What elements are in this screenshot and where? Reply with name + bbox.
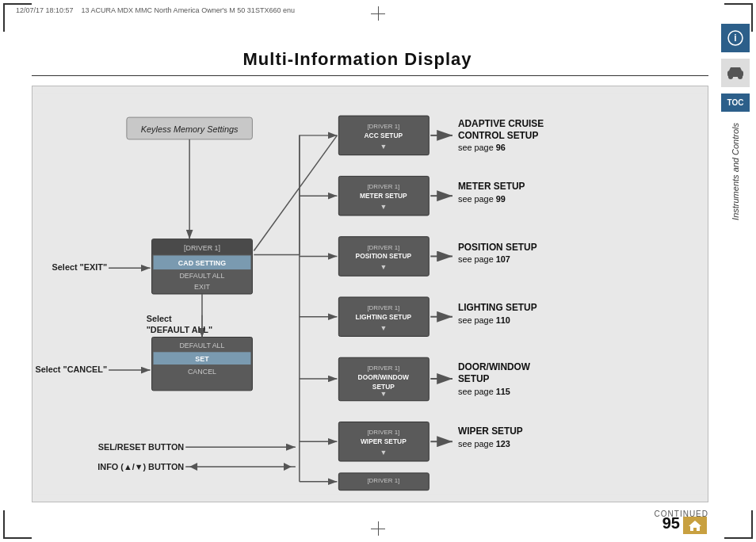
svg-text:EXIT: EXIT (194, 283, 210, 291)
info-icon-box[interactable]: i (721, 24, 750, 52)
svg-text:[DRIVER 1]: [DRIVER 1] (367, 123, 399, 130)
svg-text:see page 96: see page 96 (458, 143, 506, 152)
svg-text:POSITION SETUP: POSITION SETUP (458, 242, 537, 253)
svg-text:[DRIVER 1]: [DRIVER 1] (367, 244, 399, 251)
svg-text:see page 107: see page 107 (458, 254, 510, 264)
svg-text:[DRIVER 1]: [DRIVER 1] (367, 183, 399, 190)
svg-text:CONTROL SETUP: CONTROL SETUP (458, 130, 538, 141)
crosshair-bottom (371, 521, 385, 536)
svg-text:i: i (734, 32, 736, 44)
svg-text:▼: ▼ (380, 448, 387, 456)
svg-text:▼: ▼ (380, 390, 387, 398)
crosshair-top (371, 6, 385, 21)
svg-text:WIPER SETUP: WIPER SETUP (458, 426, 523, 437)
svg-point-4 (738, 74, 743, 79)
toc-button[interactable]: TOC (721, 94, 750, 112)
page-number: 95 (662, 514, 680, 532)
svg-text:▼: ▼ (380, 324, 387, 332)
svg-text:[DRIVER 1]: [DRIVER 1] (184, 244, 220, 252)
title-underline (32, 75, 708, 76)
svg-text:see page 115: see page 115 (458, 387, 510, 396)
svg-marker-91 (689, 521, 701, 531)
diagram-svg: Keyless Memory Settings [DRIVER 1] CAD S… (32, 86, 708, 502)
svg-text:INFO (▲/▼) BUTTON: INFO (▲/▼) BUTTON (97, 462, 184, 471)
home-button[interactable] (683, 517, 707, 534)
svg-text:see page 110: see page 110 (458, 315, 510, 325)
svg-text:METER SETUP: METER SETUP (458, 181, 525, 192)
svg-text:LIGHTING SETUP: LIGHTING SETUP (458, 302, 537, 313)
svg-text:ADAPTIVE CRUISE: ADAPTIVE CRUISE (458, 118, 544, 129)
svg-text:▼: ▼ (380, 143, 387, 151)
svg-text:Select "CANCEL": Select "CANCEL" (35, 365, 107, 374)
svg-text:[DRIVER 1]: [DRIVER 1] (367, 429, 399, 436)
corner-decoration-bl (3, 510, 32, 539)
doc-metadata: 12/07/17 18:10:57 13 ACURA MDX MMC North… (16, 6, 295, 14)
svg-text:▼: ▼ (380, 263, 387, 271)
svg-text:SET: SET (195, 355, 209, 363)
svg-text:"DEFAULT ALL": "DEFAULT ALL" (147, 325, 212, 334)
svg-text:CANCEL: CANCEL (188, 368, 216, 376)
car-icon-box[interactable] (721, 59, 750, 87)
svg-text:LIGHTING SETUP: LIGHTING SETUP (356, 313, 412, 321)
svg-text:CAD SETTING: CAD SETTING (178, 259, 226, 267)
svg-text:METER SETUP: METER SETUP (360, 192, 407, 200)
svg-text:DEFAULT ALL: DEFAULT ALL (179, 272, 224, 280)
svg-text:[DRIVER 1]: [DRIVER 1] (367, 365, 399, 372)
svg-marker-5 (729, 67, 742, 71)
section-label: Instruments and Controls (731, 123, 740, 220)
page-title: Multi-Information Display (0, 49, 715, 70)
svg-text:[DRIVER 1]: [DRIVER 1] (367, 477, 399, 484)
svg-text:SEL/RESET BUTTON: SEL/RESET BUTTON (98, 442, 185, 452)
svg-text:see page 99: see page 99 (458, 194, 506, 204)
svg-text:ACC SETUP: ACC SETUP (365, 132, 403, 139)
svg-text:SETUP: SETUP (458, 373, 490, 384)
svg-text:Keyless Memory Settings: Keyless Memory Settings (141, 124, 239, 134)
svg-text:DOOR/WINDOW: DOOR/WINDOW (458, 361, 531, 372)
svg-text:WIPER SETUP: WIPER SETUP (361, 437, 407, 445)
svg-text:[DRIVER 1]: [DRIVER 1] (367, 304, 399, 311)
svg-text:DEFAULT ALL: DEFAULT ALL (179, 342, 224, 349)
svg-text:Select: Select (147, 314, 172, 323)
main-diagram-area: Keyless Memory Settings [DRIVER 1] CAD S… (32, 86, 708, 502)
svg-text:▼: ▼ (380, 203, 387, 211)
svg-point-3 (728, 74, 733, 79)
svg-text:DOOR/WINDOW: DOOR/WINDOW (358, 373, 410, 381)
svg-text:see page 123: see page 123 (458, 439, 510, 448)
svg-text:Select "EXIT": Select "EXIT" (52, 262, 108, 272)
right-sidebar: i TOC Instruments and Controls (715, 0, 756, 542)
svg-text:POSITION SETUP: POSITION SETUP (356, 252, 412, 260)
